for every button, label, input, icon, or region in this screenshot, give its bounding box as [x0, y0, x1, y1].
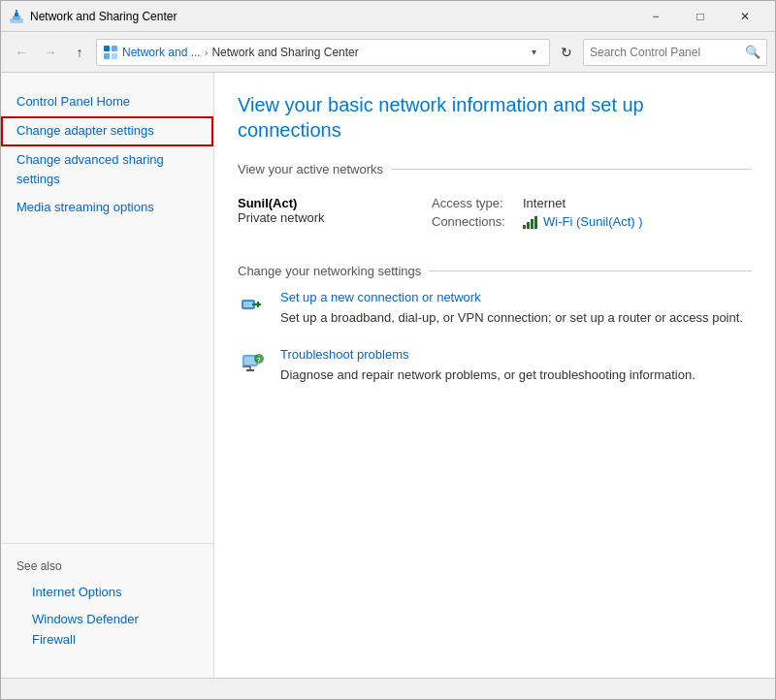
access-type-label: Access type:: [432, 196, 519, 210]
status-bar: [1, 678, 775, 699]
connections-row: Connections: Wi-Fi (Sunil(Act) ): [432, 214, 752, 229]
network-row: Sunil(Act) Private network Access type: …: [238, 188, 752, 240]
sidebar-item-change-advanced-sharing[interactable]: Change advanced sharing settings: [1, 146, 213, 195]
breadcrumb-part1[interactable]: Network and ...: [122, 46, 201, 59]
sidebar-item-media-streaming[interactable]: Media streaming options: [1, 194, 213, 222]
access-type-row: Access type: Internet: [432, 196, 752, 210]
svg-marker-12: [258, 302, 261, 306]
control-panel-icon: [103, 45, 118, 60]
search-icon-button[interactable]: 🔍: [745, 45, 760, 59]
troubleshoot-link[interactable]: Troubleshoot problems: [280, 347, 695, 362]
svg-rect-5: [112, 46, 117, 51]
minimize-button[interactable]: −: [633, 1, 678, 32]
sidebar-item-control-panel-home[interactable]: Control Panel Home: [1, 88, 213, 116]
wifi-signal-icon: [523, 215, 537, 229]
page-title: View your basic network information and …: [238, 92, 752, 143]
maximize-button[interactable]: □: [678, 1, 723, 32]
sidebar-item-internet-options[interactable]: Internet Options: [16, 579, 198, 607]
networks-table: Sunil(Act) Private network Access type: …: [238, 188, 752, 240]
see-also-section: See also Internet Options Windows Defend…: [1, 543, 213, 662]
main-area: Control Panel Home Change adapter settin…: [1, 73, 775, 678]
back-button[interactable]: ←: [9, 40, 34, 65]
see-also-title: See also: [16, 559, 198, 573]
sidebar-item-change-adapter-settings[interactable]: Change adapter settings: [1, 116, 213, 146]
new-connection-icon: [238, 290, 269, 321]
new-connection-link[interactable]: Set up a new connection or network: [280, 290, 743, 304]
svg-rect-2: [15, 13, 18, 16]
new-connection-text: Set up a new connection or network Set u…: [280, 290, 743, 328]
title-bar: Network and Sharing Center − □ ✕: [1, 1, 775, 32]
troubleshoot-desc: Diagnose and repair network problems, or…: [280, 367, 695, 382]
network-name-col: Sunil(Act) Private network: [238, 196, 432, 225]
forward-button[interactable]: →: [38, 40, 63, 65]
network-type: Private network: [238, 210, 432, 225]
troubleshoot-icon: ?: [238, 347, 269, 378]
window-controls: − □ ✕: [633, 1, 767, 32]
window: Network and Sharing Center − □ ✕ ← → ↑ N…: [0, 0, 776, 700]
sidebar: Control Panel Home Change adapter settin…: [1, 73, 214, 678]
networking-settings-header: Change your networking settings: [238, 264, 752, 278]
svg-rect-3: [16, 10, 17, 13]
network-details-col: Access type: Internet Connections:: [432, 196, 752, 233]
content-pane: View your basic network information and …: [214, 73, 775, 678]
address-bar: ← → ↑ Network and ... › Network and Shar…: [1, 32, 775, 73]
active-networks-header: View your active networks: [238, 162, 752, 176]
window-title: Network and Sharing Center: [30, 10, 633, 23]
svg-rect-9: [243, 302, 253, 307]
close-button[interactable]: ✕: [723, 1, 767, 32]
breadcrumb-bar[interactable]: Network and ... › Network and Sharing Ce…: [96, 39, 550, 66]
breadcrumb-dropdown-button[interactable]: ▾: [524, 43, 543, 62]
new-connection-item: Set up a new connection or network Set u…: [238, 290, 752, 328]
breadcrumb-separator: ›: [205, 47, 209, 58]
sidebar-item-windows-defender-firewall[interactable]: Windows Defender Firewall: [16, 606, 198, 654]
network-name: Sunil(Act): [238, 196, 432, 210]
breadcrumb-current: Network and Sharing Center: [211, 46, 358, 59]
search-input[interactable]: [590, 46, 741, 59]
troubleshoot-item: ? Troubleshoot problems Diagnose and rep…: [238, 347, 752, 385]
window-icon: [9, 9, 24, 24]
connections-label: Connections:: [432, 214, 519, 229]
sidebar-nav: Control Panel Home Change adapter settin…: [1, 88, 213, 535]
svg-rect-4: [104, 46, 110, 51]
access-type-value: Internet: [523, 196, 566, 210]
svg-rect-7: [112, 53, 117, 59]
troubleshoot-text: Troubleshoot problems Diagnose and repai…: [280, 347, 695, 385]
svg-rect-6: [104, 53, 110, 59]
svg-text:?: ?: [256, 356, 261, 365]
search-box: 🔍: [583, 39, 767, 66]
new-connection-desc: Set up a broadband, dial-up, or VPN conn…: [280, 310, 743, 325]
refresh-button[interactable]: ↻: [554, 40, 579, 65]
wifi-connection-link[interactable]: Wi-Fi (Sunil(Act) ): [543, 214, 643, 229]
up-button[interactable]: ↑: [67, 40, 92, 65]
